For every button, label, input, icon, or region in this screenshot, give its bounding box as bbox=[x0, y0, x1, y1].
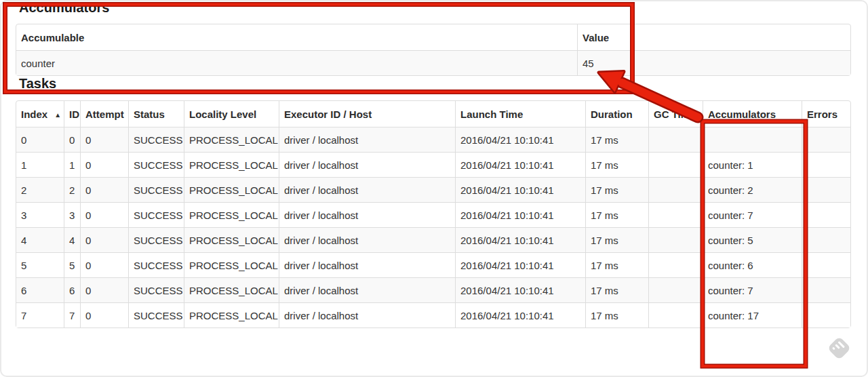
task-duration-cell: 17 ms bbox=[585, 227, 648, 252]
task-locality-cell: PROCESS_LOCAL bbox=[184, 177, 279, 202]
stage-page-content: Accumulators Accumulable Value counter 4… bbox=[16, 0, 850, 328]
task-row: 660SUCCESSPROCESS_LOCALdriver / localhos… bbox=[16, 277, 850, 302]
task-executor-cell: driver / localhost bbox=[279, 127, 455, 152]
col-header-index[interactable]: Index▲ bbox=[16, 101, 64, 127]
task-index-cell: 1 bbox=[16, 152, 64, 177]
task-locality-cell: PROCESS_LOCAL bbox=[184, 252, 279, 277]
task-executor-cell: driver / localhost bbox=[279, 302, 455, 328]
task-id-cell: 1 bbox=[64, 152, 80, 177]
task-attempt-cell: 0 bbox=[80, 302, 128, 328]
task-index-cell: 6 bbox=[16, 277, 64, 302]
task-locality-cell: PROCESS_LOCAL bbox=[184, 127, 279, 152]
col-header-errors[interactable]: Errors bbox=[802, 101, 850, 127]
accumulators-section-title: Accumulators bbox=[16, 0, 850, 15]
task-accumulators-cell: counter: 17 bbox=[703, 302, 802, 328]
task-index-cell: 5 bbox=[16, 252, 64, 277]
col-header-attempt[interactable]: Attempt bbox=[80, 101, 128, 127]
accumulator-row: counter 45 bbox=[16, 50, 850, 75]
task-attempt-cell: 0 bbox=[80, 277, 128, 302]
task-duration-cell: 17 ms bbox=[585, 252, 648, 277]
col-header-gc-time[interactable]: GC Time bbox=[648, 101, 703, 127]
accumulators-header-row: Accumulable Value bbox=[16, 24, 850, 50]
col-header-accumulators[interactable]: Accumulators bbox=[703, 101, 802, 127]
task-gc-time-cell bbox=[648, 302, 703, 328]
task-id-cell: 5 bbox=[64, 252, 80, 277]
task-status-cell: SUCCESS bbox=[128, 202, 184, 227]
col-header-executor-id-host[interactable]: Executor ID / Host bbox=[279, 101, 455, 127]
task-accumulators-cell: counter: 7 bbox=[703, 202, 802, 227]
task-launch-time-cell: 2016/04/21 10:10:41 bbox=[455, 227, 585, 252]
task-duration-cell: 17 ms bbox=[585, 202, 648, 227]
task-errors-cell bbox=[802, 127, 850, 152]
task-status-cell: SUCCESS bbox=[128, 227, 184, 252]
col-header-accumulable[interactable]: Accumulable bbox=[16, 24, 577, 50]
col-header-status[interactable]: Status bbox=[128, 101, 184, 127]
col-header-locality-level[interactable]: Locality Level bbox=[184, 101, 279, 127]
task-launch-time-cell: 2016/04/21 10:10:41 bbox=[455, 177, 585, 202]
accumulable-value-cell: 45 bbox=[577, 50, 850, 75]
task-attempt-cell: 0 bbox=[80, 252, 128, 277]
task-attempt-cell: 0 bbox=[80, 202, 128, 227]
task-id-cell: 3 bbox=[64, 202, 80, 227]
task-row: 110SUCCESSPROCESS_LOCALdriver / localhos… bbox=[16, 152, 850, 177]
task-status-cell: SUCCESS bbox=[128, 277, 184, 302]
task-gc-time-cell bbox=[648, 277, 703, 302]
tasks-header-row: Index▲ ID Attempt Status Locality Level … bbox=[16, 101, 850, 127]
task-launch-time-cell: 2016/04/21 10:10:41 bbox=[455, 127, 585, 152]
task-executor-cell: driver / localhost bbox=[279, 177, 455, 202]
task-index-cell: 0 bbox=[16, 127, 64, 152]
task-accumulators-cell: counter: 5 bbox=[703, 227, 802, 252]
task-row: 220SUCCESSPROCESS_LOCALdriver / localhos… bbox=[16, 177, 850, 202]
task-errors-cell bbox=[802, 202, 850, 227]
sort-asc-icon: ▲ bbox=[54, 111, 61, 119]
task-gc-time-cell bbox=[648, 127, 703, 152]
task-attempt-cell: 0 bbox=[80, 177, 128, 202]
task-id-cell: 4 bbox=[64, 227, 80, 252]
task-launch-time-cell: 2016/04/21 10:10:41 bbox=[455, 252, 585, 277]
task-locality-cell: PROCESS_LOCAL bbox=[184, 152, 279, 177]
col-header-id[interactable]: ID bbox=[64, 101, 80, 127]
task-gc-time-cell bbox=[648, 177, 703, 202]
task-index-cell: 7 bbox=[16, 302, 64, 328]
watermark-icon bbox=[827, 338, 852, 360]
task-accumulators-cell bbox=[703, 127, 802, 152]
task-id-cell: 0 bbox=[64, 127, 80, 152]
col-header-launch-time[interactable]: Launch Time bbox=[455, 101, 585, 127]
task-index-cell: 3 bbox=[16, 202, 64, 227]
task-errors-cell bbox=[802, 152, 850, 177]
task-errors-cell bbox=[802, 227, 850, 252]
task-gc-time-cell bbox=[648, 227, 703, 252]
task-gc-time-cell bbox=[648, 252, 703, 277]
task-executor-cell: driver / localhost bbox=[279, 202, 455, 227]
tasks-table: Index▲ ID Attempt Status Locality Level … bbox=[16, 100, 851, 328]
task-attempt-cell: 0 bbox=[80, 127, 128, 152]
task-executor-cell: driver / localhost bbox=[279, 252, 455, 277]
col-header-value[interactable]: Value bbox=[577, 24, 850, 50]
task-status-cell: SUCCESS bbox=[128, 252, 184, 277]
task-errors-cell bbox=[802, 252, 850, 277]
task-index-cell: 2 bbox=[16, 177, 64, 202]
task-attempt-cell: 0 bbox=[80, 227, 128, 252]
task-launch-time-cell: 2016/04/21 10:10:41 bbox=[455, 277, 585, 302]
task-launch-time-cell: 2016/04/21 10:10:41 bbox=[455, 152, 585, 177]
task-accumulators-cell: counter: 1 bbox=[703, 152, 802, 177]
task-launch-time-cell: 2016/04/21 10:10:41 bbox=[455, 302, 585, 328]
task-duration-cell: 17 ms bbox=[585, 302, 648, 328]
task-locality-cell: PROCESS_LOCAL bbox=[184, 302, 279, 328]
task-status-cell: SUCCESS bbox=[128, 177, 184, 202]
task-id-cell: 2 bbox=[64, 177, 80, 202]
task-duration-cell: 17 ms bbox=[585, 152, 648, 177]
task-row: 330SUCCESSPROCESS_LOCALdriver / localhos… bbox=[16, 202, 850, 227]
task-attempt-cell: 0 bbox=[80, 152, 128, 177]
task-accumulators-cell: counter: 2 bbox=[703, 177, 802, 202]
col-header-duration[interactable]: Duration bbox=[585, 101, 648, 127]
tasks-section-title: Tasks bbox=[16, 76, 850, 91]
task-index-cell: 4 bbox=[16, 227, 64, 252]
task-row: 550SUCCESSPROCESS_LOCALdriver / localhos… bbox=[16, 252, 850, 277]
task-row: 770SUCCESSPROCESS_LOCALdriver / localhos… bbox=[16, 302, 850, 328]
task-locality-cell: PROCESS_LOCAL bbox=[184, 202, 279, 227]
task-duration-cell: 17 ms bbox=[585, 177, 648, 202]
task-locality-cell: PROCESS_LOCAL bbox=[184, 227, 279, 252]
task-id-cell: 7 bbox=[64, 302, 80, 328]
task-errors-cell bbox=[802, 277, 850, 302]
